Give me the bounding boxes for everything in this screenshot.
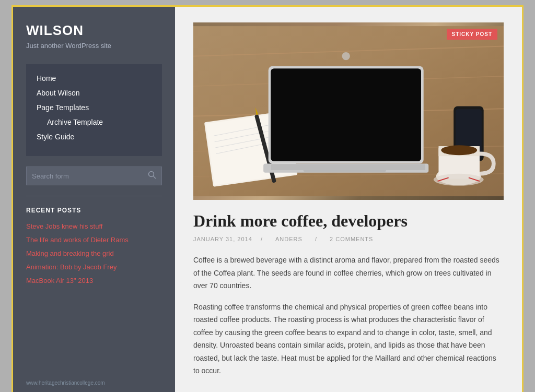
post-paragraph-2: Roasting coffee transforms the chemical …	[193, 301, 504, 377]
search-button[interactable]	[145, 171, 156, 181]
divider	[26, 196, 162, 196]
nav-item-page-templates[interactable]: Page Templates	[37, 103, 152, 112]
post-comments-separator: /	[315, 236, 317, 242]
list-item[interactable]: Animation: Bob by Jacob Frey	[26, 262, 162, 271]
site-tagline: Just another WordPress site	[26, 42, 162, 50]
nav-item-archive[interactable]: Archive Template	[37, 117, 152, 127]
post-date: JANUARY 31, 2014	[193, 236, 252, 242]
svg-line-1	[154, 176, 156, 179]
main-content: STICKY POST Drink more coffee, developer…	[175, 7, 522, 392]
sidebar: WILSON Just another WordPress site Home …	[13, 7, 175, 392]
site-url: www.heritagechristiancollege.com	[26, 370, 162, 386]
svg-point-20	[342, 52, 350, 60]
search-form[interactable]	[26, 167, 162, 185]
list-item[interactable]: Steve Jobs knew his stuff	[26, 221, 162, 231]
nav-item-style-guide[interactable]: Style Guide	[37, 132, 152, 141]
post-author: ANDERS	[275, 236, 303, 242]
svg-rect-23	[271, 164, 425, 170]
nav-list: Home About Wilson Page Templates Archive…	[37, 74, 152, 141]
sticky-badge: STICKY POST	[447, 29, 498, 40]
post-body: Coffee is a brewed beverage with a disti…	[193, 254, 504, 377]
recent-posts-list: Steve Jobs knew his stuff The life and w…	[26, 221, 162, 285]
recent-posts-section: RECENT POSTS Steve Jobs knew his stuff T…	[26, 207, 162, 289]
post-author-separator: /	[261, 236, 263, 242]
post-meta: JANUARY 31, 2014 / ANDERS / 2 COMMENTS	[193, 236, 504, 242]
main-nav: Home About Wilson Page Templates Archive…	[26, 64, 162, 156]
list-item[interactable]: Making and breaking the grid	[26, 248, 162, 258]
post-comments: 2 COMMENTS	[330, 236, 373, 242]
nav-item-about[interactable]: About Wilson	[37, 88, 152, 98]
post-image-wrapper: STICKY POST	[193, 22, 504, 200]
svg-point-0	[149, 172, 154, 177]
search-input[interactable]	[32, 172, 145, 180]
post-featured-image	[193, 22, 504, 200]
recent-posts-title: RECENT POSTS	[26, 207, 162, 214]
nav-item-home[interactable]: Home	[37, 74, 152, 83]
svg-rect-19	[271, 69, 421, 161]
list-item[interactable]: MacBook Air 13" 2013	[26, 276, 162, 285]
list-item[interactable]: The life and works of Dieter Rams	[26, 235, 162, 244]
post-title: Drink more coffee, developers	[193, 211, 504, 231]
site-title: WILSON	[26, 22, 162, 39]
svg-point-30	[441, 145, 477, 155]
post-paragraph-1: Coffee is a brewed beverage with a disti…	[193, 254, 504, 292]
